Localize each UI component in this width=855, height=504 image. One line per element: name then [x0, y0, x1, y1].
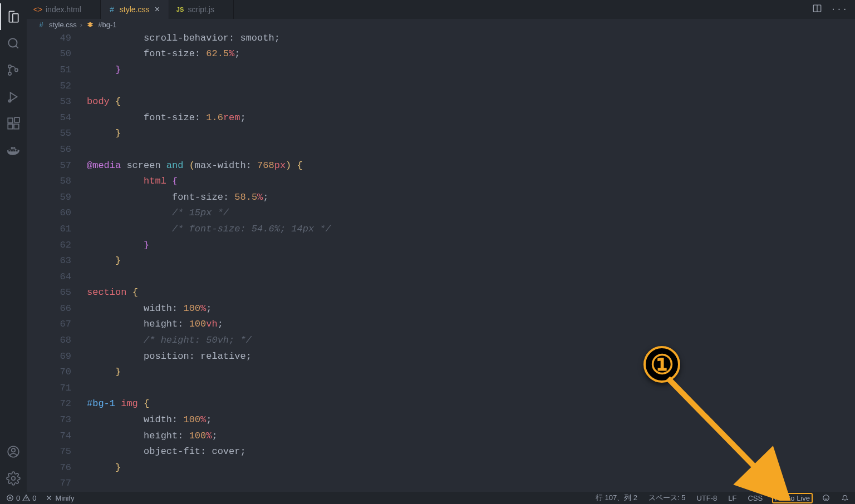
tab-label: style.css	[120, 5, 150, 14]
status-bell-icon[interactable]	[839, 494, 851, 502]
file-icon: #	[107, 5, 116, 14]
source-control-icon[interactable]	[0, 57, 27, 83]
tab-label: index.html	[46, 5, 81, 14]
svg-point-11	[12, 477, 16, 481]
split-editor-icon[interactable]	[812, 3, 822, 16]
activity-bar	[0, 0, 27, 492]
explorer-icon[interactable]	[0, 3, 27, 30]
tab-bar: <>index.html×#style.css×JSscript.js× ···	[27, 0, 855, 19]
svg-point-3	[15, 68, 18, 71]
file-icon: <>	[33, 5, 42, 14]
tab-label: script.js	[188, 5, 214, 14]
svg-point-2	[8, 72, 11, 75]
status-line-col[interactable]: 行 107、列 2	[594, 493, 639, 503]
field-icon	[86, 21, 95, 29]
svg-rect-6	[8, 124, 13, 129]
css-file-icon: #	[37, 21, 46, 29]
svg-rect-7	[14, 124, 19, 129]
extensions-icon[interactable]	[0, 110, 27, 137]
breadcrumb-file: style.css	[49, 21, 77, 29]
docker-icon[interactable]	[0, 137, 27, 164]
tab-index-html[interactable]: <>index.html×	[27, 0, 101, 19]
status-feedback-icon[interactable]	[820, 494, 832, 502]
file-icon: JS	[176, 5, 185, 14]
svg-point-10	[12, 448, 16, 452]
svg-point-15	[823, 495, 829, 501]
svg-rect-5	[8, 118, 13, 123]
tab-style-css[interactable]: #style.css×	[101, 0, 169, 19]
close-icon[interactable]: ×	[153, 4, 162, 14]
breadcrumbs[interactable]: # style.css › #bg-1	[27, 19, 855, 31]
search-icon[interactable]	[0, 30, 27, 57]
settings-gear-icon[interactable]	[0, 465, 27, 492]
svg-line-16	[668, 378, 773, 485]
svg-rect-8	[14, 117, 19, 122]
breadcrumb-symbol: #bg-1	[98, 21, 116, 29]
annotation-arrow	[651, 367, 807, 501]
accounts-icon[interactable]	[0, 438, 27, 465]
status-minify[interactable]: Minify	[43, 494, 76, 502]
svg-point-0	[8, 38, 17, 47]
tab-script-js[interactable]: JSscript.js×	[169, 0, 234, 19]
minimap[interactable]	[810, 31, 855, 492]
svg-point-1	[8, 65, 11, 68]
chevron-right-icon: ›	[80, 21, 82, 29]
gutter: 4950515253545556575859606162636465666768…	[27, 31, 87, 492]
run-debug-icon[interactable]	[0, 83, 27, 110]
status-problems[interactable]: 0 0	[4, 494, 38, 502]
more-actions-icon[interactable]: ···	[831, 5, 848, 14]
